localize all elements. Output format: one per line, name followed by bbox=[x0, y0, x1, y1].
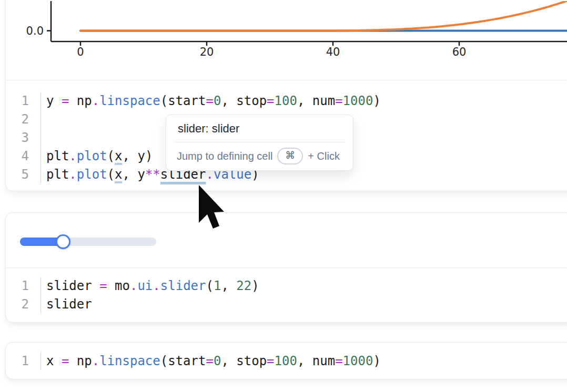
tooltip-action-label: Jump to defining cell bbox=[177, 150, 272, 162]
code-token: = bbox=[267, 354, 274, 368]
notebook-page: { "app": {"kind": "marimo-notebook"}, "t… bbox=[0, 0, 567, 392]
code-token: y bbox=[137, 167, 145, 182]
code-token: y bbox=[137, 149, 145, 163]
code-token: ( bbox=[206, 278, 213, 293]
code-token: , bbox=[221, 94, 236, 108]
code-token: 1000 bbox=[343, 354, 373, 368]
y-tick-label: 0.0 bbox=[26, 25, 44, 37]
code-line: 1x = np.linspace(start=0, stop=100, num=… bbox=[6, 352, 567, 370]
code-token: ui bbox=[137, 278, 153, 293]
code-token: 22 bbox=[236, 278, 251, 293]
line-number: 5 bbox=[6, 166, 40, 184]
code-token: . bbox=[69, 149, 76, 163]
code-token: = bbox=[267, 94, 274, 108]
code-token: plot bbox=[77, 167, 107, 182]
code-line: 2slider bbox=[6, 295, 567, 314]
code-token: stop bbox=[236, 354, 267, 368]
code-token: = bbox=[335, 94, 342, 108]
line-number: 1 bbox=[6, 92, 40, 110]
code-token: . bbox=[69, 167, 76, 182]
code-token: = bbox=[206, 94, 213, 108]
code-token: start bbox=[168, 354, 206, 368]
tooltip-title: slider: slider bbox=[177, 121, 342, 142]
code-token: , bbox=[221, 354, 236, 368]
variable-tooltip: slider: slider Jump to defining cell ⌘ +… bbox=[166, 115, 353, 171]
series-line-power bbox=[80, 1, 567, 31]
tooltip-click-hint: + Click bbox=[308, 150, 340, 162]
code-token: ) bbox=[373, 354, 380, 368]
code-token: = bbox=[99, 278, 115, 293]
slider-output-area bbox=[6, 213, 567, 268]
notebook-cell-x: 1x = np.linspace(start=0, stop=100, num=… bbox=[5, 342, 567, 379]
line-number: 3 bbox=[6, 129, 40, 147]
code-token: start bbox=[168, 94, 206, 108]
code-token: x bbox=[46, 354, 62, 368]
x-tick-label: 20 bbox=[200, 46, 214, 58]
code-token: . bbox=[130, 278, 137, 293]
code-token: 100 bbox=[275, 354, 297, 368]
code-token: , bbox=[221, 278, 236, 293]
code-token: slider bbox=[46, 297, 92, 312]
code-line-content: slider = mo.ui.slider(1, 22) bbox=[40, 277, 567, 295]
code-token: stop bbox=[236, 94, 267, 108]
code-token: . bbox=[92, 354, 99, 368]
code-token: 0 bbox=[214, 94, 221, 108]
code-token: ** bbox=[145, 167, 160, 182]
code-line-content: x = np.linspace(start=0, stop=100, num=1… bbox=[40, 352, 567, 370]
x-tick-label: 0 bbox=[77, 46, 84, 58]
code-token: 1000 bbox=[343, 94, 373, 108]
plot-output-area: 0.00204060 bbox=[6, 0, 567, 80]
code-token: linspace bbox=[99, 94, 160, 108]
code-token: x bbox=[115, 149, 122, 163]
code-token: . bbox=[153, 278, 160, 293]
code-token: ( bbox=[160, 94, 168, 108]
code-token: , bbox=[123, 167, 138, 182]
code-line: 1y = np.linspace(start=0, stop=100, num=… bbox=[6, 92, 567, 110]
code-token: 1 bbox=[214, 278, 221, 293]
code-editor-slider-cell[interactable]: 1slider = mo.ui.slider(1, 22)2slider bbox=[6, 268, 567, 322]
code-token: num bbox=[312, 354, 335, 368]
code-token: plt bbox=[46, 149, 69, 163]
code-token: 100 bbox=[275, 94, 297, 108]
code-token: 0 bbox=[214, 354, 221, 368]
code-line-content: slider bbox=[40, 295, 567, 314]
code-token: y bbox=[46, 94, 62, 108]
code-token: slider bbox=[46, 278, 99, 293]
code-token: ) bbox=[145, 149, 153, 163]
line-number: 2 bbox=[6, 110, 40, 129]
code-token: num bbox=[312, 94, 335, 108]
code-token: mo bbox=[115, 278, 130, 293]
code-token: np bbox=[77, 94, 92, 108]
code-token: np bbox=[77, 354, 92, 368]
code-token: ) bbox=[251, 278, 259, 293]
code-token: linspace bbox=[99, 354, 160, 368]
code-token: . bbox=[92, 94, 99, 108]
code-token: = bbox=[206, 354, 213, 368]
x-tick-label: 60 bbox=[452, 46, 467, 58]
code-editor-x-cell[interactable]: 1x = np.linspace(start=0, stop=100, num=… bbox=[6, 343, 567, 379]
code-token: = bbox=[62, 94, 77, 108]
code-token: ( bbox=[107, 149, 115, 163]
code-token: ( bbox=[107, 167, 115, 182]
code-line: 1slider = mo.ui.slider(1, 22) bbox=[6, 277, 567, 295]
code-token: plt bbox=[46, 167, 69, 182]
notebook-cell-slider: 1slider = mo.ui.slider(1, 22)2slider bbox=[5, 212, 567, 323]
line-number: 1 bbox=[6, 277, 40, 295]
cmd-key-icon: ⌘ bbox=[277, 148, 303, 164]
mouse-cursor-icon bbox=[198, 184, 226, 232]
line-number: 4 bbox=[6, 147, 40, 166]
code-token: slider bbox=[160, 278, 206, 293]
code-token: = bbox=[62, 354, 77, 368]
code-token: , bbox=[297, 94, 312, 108]
code-token: plot bbox=[77, 149, 107, 163]
code-token: , bbox=[123, 149, 138, 163]
x-tick-label: 40 bbox=[326, 46, 340, 58]
code-token: ) bbox=[373, 94, 380, 108]
code-line-content: y = np.linspace(start=0, stop=100, num=1… bbox=[40, 92, 567, 110]
code-token: ( bbox=[160, 354, 168, 368]
code-token: , bbox=[297, 354, 312, 368]
line-number: 1 bbox=[6, 352, 40, 370]
line-number: 2 bbox=[6, 295, 40, 314]
slider-handle[interactable] bbox=[56, 234, 70, 249]
code-token: x bbox=[115, 167, 122, 182]
